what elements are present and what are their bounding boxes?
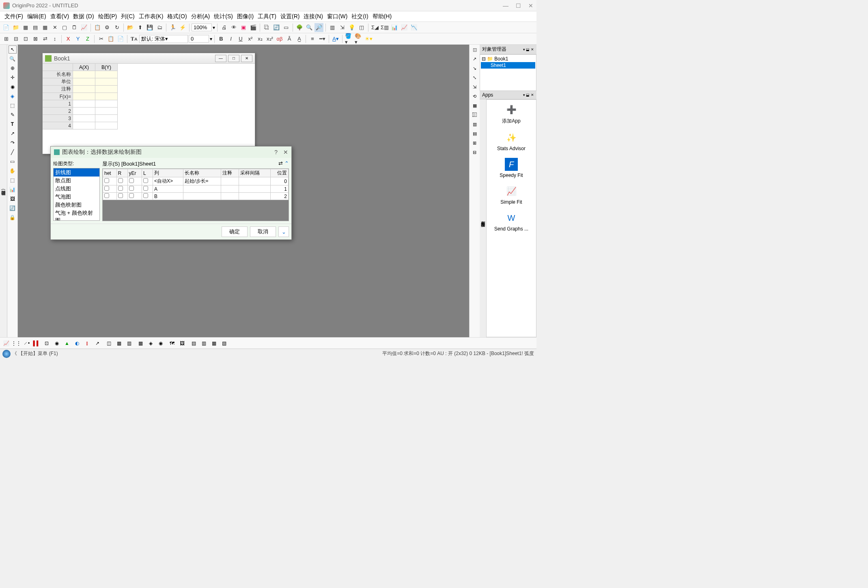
reader-icon[interactable]: ⊕ — [9, 64, 17, 72]
new-matrix-icon[interactable]: ▤ — [31, 23, 40, 32]
font-color-icon[interactable]: A▾ — [331, 34, 340, 43]
pstock-icon[interactable]: ⫿ — [83, 339, 92, 348]
maximize-button[interactable]: ☐ — [516, 2, 521, 9]
pimage-icon[interactable]: 🖼 — [178, 339, 187, 348]
menu-view[interactable]: 查看(V) — [48, 12, 71, 21]
rt1-icon[interactable]: ◫ — [471, 45, 479, 54]
bold-icon[interactable]: B — [217, 34, 226, 43]
new-project-icon[interactable]: 📄 — [2, 23, 11, 32]
close-button[interactable]: ✕ — [528, 2, 533, 9]
arrow-tool-icon[interactable]: ↗ — [9, 129, 17, 138]
rt9-icon[interactable]: ▥ — [471, 120, 479, 128]
data-columns-table[interactable]: hetRyErL 列长名称注释采样间隔 位置 <自动X>起始/步长=0 — [102, 168, 289, 221]
run-icon[interactable]: 🏃 — [168, 23, 177, 32]
pgroup2-icon[interactable]: ▥ — [199, 339, 208, 348]
zoom-in-icon[interactable]: 🔎 — [314, 23, 323, 32]
superscript-icon[interactable]: x² — [246, 34, 255, 43]
p3dscatter-icon[interactable]: ◫ — [104, 339, 113, 348]
code-builder-icon[interactable]: ⚡ — [178, 23, 187, 32]
menu-social[interactable]: 社交(I) — [349, 12, 370, 21]
apps-pin-icon[interactable]: ▾ ⬓ ✕ — [523, 93, 534, 97]
book-close-button[interactable]: ✕ — [241, 55, 252, 62]
checkbox[interactable] — [104, 178, 109, 183]
menu-stats[interactable]: 统计(S) — [212, 12, 235, 21]
pcontour-icon[interactable]: ◉ — [52, 339, 61, 348]
text-tool-icon[interactable]: T — [9, 120, 17, 128]
fontsize-combo[interactable] — [189, 35, 209, 43]
rt8-icon[interactable]: ⿲ — [471, 111, 479, 119]
app-speedy-fit[interactable]: FSpeedy Fit — [487, 155, 536, 181]
lock-icon[interactable]: 🔒 — [9, 213, 17, 222]
refresh-icon[interactable]: 🔄 — [272, 23, 281, 32]
checkbox[interactable] — [129, 193, 134, 198]
subscript-icon[interactable]: x₂ — [256, 34, 265, 43]
app-send-graphs[interactable]: WSend Graphs ... — [487, 208, 536, 235]
new-folder-icon[interactable]: 📁 — [11, 23, 20, 32]
set-x-icon[interactable]: X — [64, 34, 73, 43]
window-icon[interactable]: ▭ — [282, 23, 291, 32]
print-icon[interactable]: 🖨 — [220, 23, 228, 32]
expand-button[interactable]: ⌄ — [278, 226, 289, 237]
region2-icon[interactable]: ⬚ — [9, 176, 17, 184]
save-template-icon[interactable]: 🗂 — [155, 23, 164, 32]
parea-icon[interactable]: ▲ — [62, 339, 71, 348]
rect-tool-icon[interactable]: ▭ — [9, 157, 17, 166]
mask-icon[interactable]: ◈ — [9, 92, 17, 100]
search-icon[interactable]: 🔍 — [305, 23, 314, 32]
checkbox[interactable] — [143, 186, 148, 191]
light-icon[interactable]: 💡 — [347, 23, 356, 32]
line-tool-icon[interactable]: ╱ — [9, 148, 17, 156]
dialog-help-button[interactable]: ? — [274, 149, 278, 155]
region-icon[interactable]: ⬚ — [9, 101, 17, 110]
pgroup1-icon[interactable]: ▤ — [189, 339, 198, 348]
rt7-icon[interactable]: ▦ — [471, 101, 479, 110]
checkbox[interactable] — [143, 178, 148, 183]
pcolumn-icon[interactable]: ▌▌ — [32, 339, 41, 348]
set-y-icon[interactable]: Y — [73, 34, 82, 43]
insert-rows-icon[interactable]: ⊞ — [2, 34, 11, 43]
light-tool-icon[interactable]: ☀▾ — [364, 34, 373, 43]
checkbox[interactable] — [118, 193, 123, 198]
menu-image[interactable]: 图像(I) — [235, 12, 256, 21]
stats-sum-icon[interactable]: Σ◢ — [370, 23, 379, 32]
menu-prefs[interactable]: 设置(R) — [278, 12, 302, 21]
object-tree[interactable]: ⊟ 📁 Book1 Sheet1 — [480, 54, 536, 91]
batch-icon[interactable]: ⚙ — [103, 23, 112, 32]
minimize-button[interactable]: — — [503, 2, 508, 9]
checkbox[interactable] — [118, 186, 123, 191]
worksheet-grid[interactable]: A(X)B(Y) 长名称 单位 注释 F(x)= 1 2 3 4 — [43, 64, 255, 129]
rotate-icon[interactable]: 🔄 — [9, 204, 17, 212]
duplicate-icon[interactable]: ⿻ — [262, 23, 271, 32]
plot-type-list[interactable]: 折线图 散点图 点线图 气泡图 颜色映射图 气泡 + 颜色映射图 XYXY矢量图… — [53, 168, 100, 221]
plottype-linesymbol[interactable]: 点线图 — [54, 185, 99, 193]
new-excel-icon[interactable]: ✕ — [50, 23, 59, 32]
pin-icon[interactable]: ▾ ⬓ ✕ — [523, 47, 534, 52]
pline-icon[interactable]: 📈 — [2, 339, 11, 348]
stats-col-icon[interactable]: Σ▥ — [380, 23, 389, 32]
app-stats-advisor[interactable]: ✨Stats Advisor — [487, 128, 536, 155]
book-minimize-button[interactable]: — — [215, 55, 226, 62]
tree-icon[interactable]: 🌳 — [295, 23, 304, 32]
menu-connect[interactable]: 连接(N) — [302, 12, 325, 21]
italic-icon[interactable]: I — [226, 34, 235, 43]
set-z-icon[interactable]: Z — [83, 34, 92, 43]
ppie-icon[interactable]: ◐ — [73, 339, 82, 348]
font-combo[interactable]: 默认: 宋体▾ — [139, 35, 188, 43]
cancel-button[interactable]: 取消 — [250, 226, 276, 237]
plottype-colormap[interactable]: 颜色映射图 — [54, 201, 99, 209]
menu-edit[interactable]: 编辑(E) — [25, 12, 48, 21]
tab-project-explorer[interactable]: 项目管理器 (1) — [0, 186, 7, 196]
preview-icon[interactable]: 👁 — [229, 23, 238, 32]
new-function-icon[interactable]: 📈 — [80, 23, 88, 32]
movie-icon[interactable]: 🎬 — [249, 23, 258, 32]
pgroup3-icon[interactable]: ▦ — [209, 339, 218, 348]
pstat3-icon[interactable]: ◉ — [156, 339, 165, 348]
menu-tools[interactable]: 工具(T) — [256, 12, 278, 21]
pbox-icon[interactable]: ⊡ — [42, 339, 51, 348]
smallfont-icon[interactable]: A̲ — [295, 34, 304, 43]
menu-plot[interactable]: 绘图(P) — [96, 12, 119, 21]
cut-icon[interactable]: ✂ — [97, 34, 106, 43]
p3dsurface-icon[interactable]: ▦ — [114, 339, 123, 348]
pgroup4-icon[interactable]: ▧ — [220, 339, 228, 348]
apps-side-tab[interactable]: 所有 连接器 — [480, 99, 486, 337]
